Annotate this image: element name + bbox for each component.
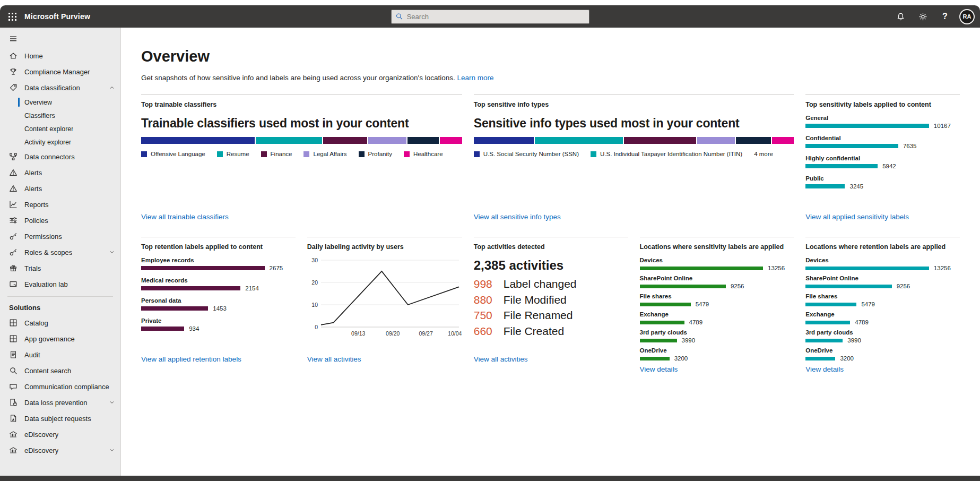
bar-row-3rd-party-clouds: 3rd party clouds3990 [640, 329, 794, 343]
sidebar-item-label: Communication compliance [24, 383, 109, 391]
sidebar-item-content-search[interactable]: Content search [0, 363, 120, 379]
help-button[interactable]: ? [937, 8, 953, 24]
card-sensitivity-labels: Top sensitivity labels applied to conten… [805, 95, 960, 223]
bar-segment [736, 137, 770, 144]
bar-segment-healthcare [440, 137, 462, 144]
chevron-down-icon [109, 447, 115, 453]
bar-category-label: OneDrive [805, 347, 960, 354]
legend-swatch [303, 151, 309, 157]
sidebar-item-overview[interactable]: Overview [0, 96, 120, 109]
bar-row-confidential: Confidential7635 [805, 135, 960, 149]
bar-segment [624, 137, 697, 144]
sidebar-item-roles-scopes[interactable]: Roles & scopes [0, 244, 120, 260]
card-sensitive-info-types: Top sensitive info types Sensitive info … [474, 95, 794, 223]
global-search[interactable] [391, 10, 589, 24]
sidebar-item-app-governance[interactable]: App governance [0, 331, 120, 347]
locations-sensitivity-chart: Devices13256SharePoint Online9256File sh… [640, 251, 794, 365]
collapse-nav-button[interactable] [0, 30, 120, 48]
sidebar-item-label: Data subject requests [24, 415, 91, 423]
bar-value: 5942 [882, 163, 896, 169]
bar-value: 3200 [674, 355, 688, 362]
legend-label: Legal Affairs [313, 151, 346, 157]
view-all-sensitive-info-types-link[interactable]: View all sensitive info types [474, 213, 561, 223]
sidebar-divider [7, 296, 113, 297]
search-input[interactable] [407, 13, 585, 21]
sidebar-item-data-classification[interactable]: Data classification [0, 80, 120, 96]
view-all-applied-retention-labels-link[interactable]: View all applied retention labels [141, 355, 241, 365]
view-details-link[interactable]: View details [805, 365, 844, 375]
sidebar-item-data-loss-prevention[interactable]: Data loss prevention [0, 394, 120, 410]
card-heading: Sensitive info types used most in your c… [474, 116, 794, 131]
sidebar-item-ediscovery[interactable]: eDiscovery [0, 442, 120, 458]
sidebar-item-data-subject-requests[interactable]: Data subject requests [0, 410, 120, 426]
bar-fill [640, 321, 684, 324]
stacked-bar [141, 137, 462, 144]
settings-button[interactable] [915, 8, 931, 24]
bar-category-label: Devices [640, 257, 794, 263]
bar-category-label: Employee records [141, 257, 296, 263]
left-navigation: HomeCompliance ManagerData classificatio… [0, 28, 121, 476]
chart-legend: U.S. Social Security Number (SSN)U.S. In… [474, 151, 794, 157]
sidebar-item-compliance-manager[interactable]: Compliance Manager [0, 64, 120, 80]
activity-label: Label changed [504, 277, 577, 291]
card-label: Top activities detected [474, 243, 628, 251]
legend-entry-finance: Finance [261, 151, 292, 157]
sidebar-item-label: Data classification [24, 84, 80, 92]
bar-category-label: Medical records [141, 277, 296, 284]
sidebar-item-catalog[interactable]: Catalog [0, 315, 120, 331]
bar-category-label: 3rd party clouds [805, 329, 960, 336]
sidebar-item-home[interactable]: Home [0, 48, 120, 64]
bar-category-label: Exchange [640, 311, 794, 317]
view-all-activities-link[interactable]: View all activities [307, 355, 361, 365]
notifications-button[interactable] [892, 8, 908, 24]
sidebar-item-communication-compliance[interactable]: Communication compliance [0, 379, 120, 394]
sidebar-item-alerts[interactable]: Alerts [0, 181, 120, 196]
sidebar-item-permissions[interactable]: Permissions [0, 228, 120, 244]
sidebar-item-label: Reports [24, 201, 49, 209]
activities-total: 2,385 activities [474, 258, 628, 273]
main-content: Overview Get snapshots of how sensitive … [121, 28, 980, 476]
dashboard-cards: Top trainable classifiers Trainable clas… [141, 95, 960, 365]
bar-segment-u-s-individual-taxpayer-identification-number-itin [535, 137, 623, 144]
bar-fill [805, 321, 850, 324]
app-launcher-waffle-icon[interactable] [0, 5, 24, 28]
sidebar-item-reports[interactable]: Reports [0, 196, 120, 212]
sidebar-item-alerts[interactable]: Alerts [0, 165, 120, 181]
sensitivity-labels-chart: General10167Confidential7635Highly confi… [805, 108, 960, 195]
legend-label: Profanity [368, 151, 392, 157]
gift-icon [9, 264, 18, 272]
sidebar-item-label: Catalog [24, 319, 48, 327]
sidebar-item-data-connectors[interactable]: Data connectors [0, 149, 120, 165]
view-all-activities-link[interactable]: View all activities [474, 355, 528, 365]
view-all-applied-sensitivity-labels-link[interactable]: View all applied sensitivity labels [805, 213, 909, 223]
bar-track: 4789 [805, 319, 960, 325]
sidebar-item-policies[interactable]: Policies [0, 212, 120, 228]
sidebar-item-evaluation-lab[interactable]: Evaluation lab [0, 276, 120, 292]
sidebar-item-activity-explorer[interactable]: Activity explorer [0, 135, 120, 149]
legend-overflow[interactable]: 4 more [754, 151, 773, 157]
bar-value: 3200 [840, 355, 854, 362]
view-details-link[interactable]: View details [640, 365, 678, 375]
sidebar-item-classifiers[interactable]: Classifiers [0, 109, 120, 122]
search-icon [9, 366, 18, 375]
card-label: Daily labeling activity by users [307, 243, 462, 251]
bar-segment-profanity [407, 137, 439, 144]
bar-row-general: General10167 [805, 115, 960, 129]
sidebar-item-label: Activity explorer [24, 139, 71, 146]
activity-row-file-created: 660File Created [474, 324, 628, 338]
sidebar-item-content-explorer[interactable]: Content explorer [0, 122, 120, 135]
bar-row-devices: Devices13256 [805, 257, 960, 271]
bar-fill [805, 303, 856, 306]
sidebar-item-trials[interactable]: Trials [0, 260, 120, 276]
bar-value: 3990 [847, 337, 861, 343]
x-tick-label: 10/04 [448, 330, 462, 337]
selected-indicator [18, 98, 20, 107]
learn-more-link[interactable]: Learn more [457, 74, 493, 82]
view-all-trainable-classifiers-link[interactable]: View all trainable classifiers [141, 213, 229, 223]
legend-swatch [474, 151, 480, 157]
sidebar-item-ediscovery[interactable]: eDiscovery [0, 426, 120, 442]
bar-category-label: General [805, 115, 960, 121]
bar-row-medical-records: Medical records2154 [141, 277, 296, 291]
sidebar-item-audit[interactable]: Audit [0, 347, 120, 363]
account-avatar[interactable]: RA [959, 9, 975, 24]
